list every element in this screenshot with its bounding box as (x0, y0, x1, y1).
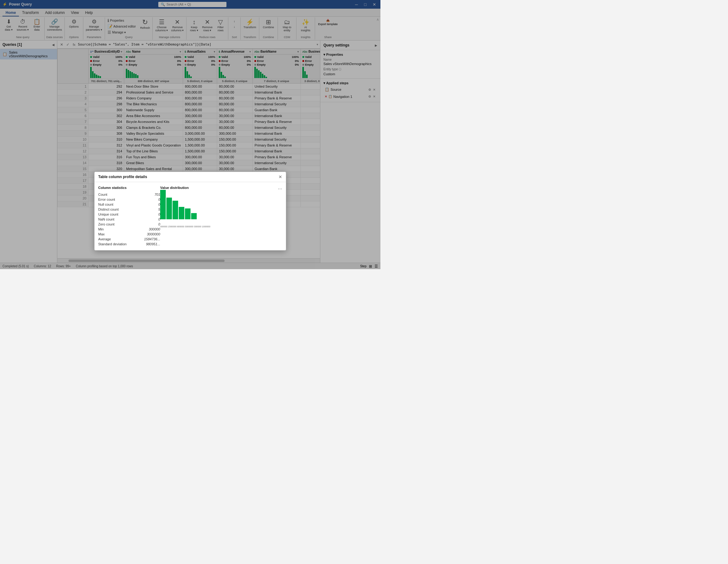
stat-row: Max3000000 (98, 232, 160, 237)
stat-row: Average1584736... (98, 237, 160, 242)
value-distribution-section: Value distribution ⋯ 3000001500000800000… (160, 186, 282, 247)
column-profile-modal: Table column profile details ✕ Column st… (94, 172, 286, 251)
dist-label: 800000 (177, 225, 184, 228)
modal-close-button[interactable]: ✕ (278, 174, 282, 179)
dist-label: 300000 (194, 225, 201, 228)
stat-row: Error count0 (98, 197, 160, 202)
stat-row: Standard deviation980951... (98, 242, 160, 247)
dist-bar (166, 198, 172, 219)
dist-bar (179, 207, 184, 219)
dist-options-button[interactable]: ⋯ (278, 186, 282, 191)
dist-label: 300000 (160, 225, 167, 228)
dist-label: 1000000 (202, 225, 210, 228)
dist-bar (173, 201, 178, 219)
stats-list: Count701Error count0Null count0Distinct … (98, 192, 160, 247)
distribution-chart (160, 195, 282, 225)
dist-bar (191, 213, 197, 219)
modal-header: Table column profile details ✕ (94, 172, 286, 182)
dist-label: 3000000 (185, 225, 193, 228)
column-statistics-section: Column statistics Count701Error count0Nu… (98, 186, 160, 247)
stat-row: NaN count0 (98, 217, 160, 222)
dist-labels: 300000150000080000030000003000001000000 (160, 225, 282, 228)
stat-row: Distinct count5 (98, 207, 160, 212)
dist-label: 1500000 (168, 225, 176, 228)
modal-overlay[interactable]: Table column profile details ✕ Column st… (0, 0, 380, 269)
dist-bar (185, 208, 191, 219)
stat-row: Zero count0 (98, 222, 160, 227)
col-stats-title: Column statistics (98, 186, 160, 190)
stat-row: Null count0 (98, 202, 160, 207)
dist-bar (160, 190, 166, 219)
stat-row: Unique count0 (98, 212, 160, 217)
modal-title: Table column profile details (98, 175, 147, 179)
modal-body: Column statistics Count701Error count0Nu… (94, 182, 286, 250)
value-dist-title: Value distribution (160, 186, 189, 190)
stat-row: Min300000 (98, 227, 160, 232)
stat-row: Count701 (98, 192, 160, 197)
